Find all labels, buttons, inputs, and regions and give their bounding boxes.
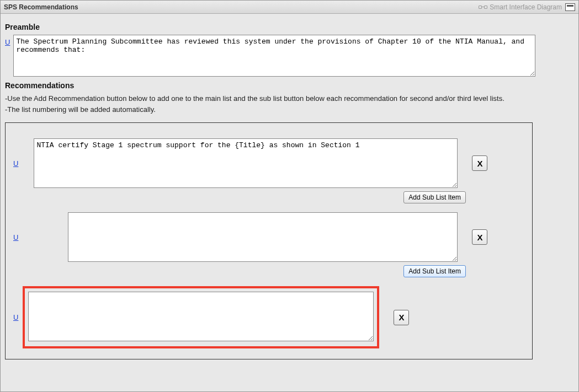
close-icon: X [399, 313, 404, 322]
window-header: SPS Recommendations Smart Interface Diag… [1, 1, 578, 14]
preamble-row: U [5, 35, 574, 77]
delete-button[interactable]: X [472, 155, 487, 171]
add-sub-list-button[interactable]: Add Sub List Item [403, 265, 466, 277]
window-mode-icon[interactable] [565, 3, 575, 11]
add-sub-row: Add Sub List Item [13, 191, 466, 203]
instructions: -Use the Add Recommendation button below… [5, 93, 574, 115]
preamble-underline-toggle[interactable]: U [5, 35, 10, 46]
delete-button[interactable]: X [472, 229, 487, 245]
add-sub-list-button[interactable]: Add Sub List Item [403, 191, 466, 203]
recommendation-textarea[interactable] [68, 212, 458, 262]
preamble-heading: Preamble [5, 23, 574, 31]
underline-toggle[interactable]: U [13, 233, 18, 241]
close-icon: X [477, 159, 482, 168]
recommendation-row: U X [13, 212, 524, 262]
recommendation-textarea[interactable] [34, 138, 458, 188]
recommendation-row: U X [13, 286, 524, 348]
body: Preamble U Recommendations -Use the Add … [1, 14, 578, 364]
highlight-frame [23, 286, 379, 348]
instruction-line-1: -Use the Add Recommendation button below… [5, 93, 574, 104]
instruction-line-2: -The list numbering will be added automa… [5, 104, 574, 115]
preamble-textarea[interactable] [13, 35, 535, 77]
recommendation-row: U X [13, 138, 524, 188]
delete-button[interactable]: X [394, 310, 409, 325]
underline-toggle[interactable]: U [13, 313, 18, 321]
window-title: SPS Recommendations [4, 3, 78, 11]
recommendation-textarea[interactable] [28, 292, 374, 341]
add-sub-row: Add Sub List Item [13, 265, 466, 277]
header-right: Smart Interface Diagram [479, 3, 575, 11]
page-root: SPS Recommendations Smart Interface Diag… [0, 0, 579, 392]
underline-toggle[interactable]: U [13, 159, 18, 168]
smart-interface-label: Smart Interface Diagram [490, 3, 562, 11]
smart-interface-link[interactable]: Smart Interface Diagram [479, 3, 562, 11]
diagram-icon [479, 4, 487, 10]
close-icon: X [477, 233, 482, 242]
recommendations-container: U X Add Sub List Item U X Add Sub List I… [5, 122, 533, 359]
recommendations-heading: Recommendations [5, 81, 574, 90]
